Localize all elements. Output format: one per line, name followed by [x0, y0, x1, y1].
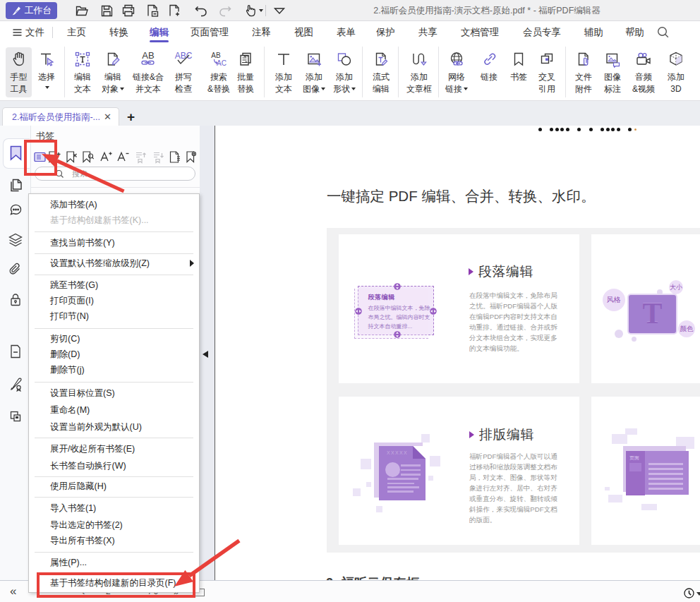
svg-text:AB: AB — [142, 51, 154, 61]
svg-text:AC: AC — [217, 59, 227, 67]
svg-text:AB: AB — [211, 52, 221, 59]
svg-text:ABC: ABC — [175, 51, 193, 61]
